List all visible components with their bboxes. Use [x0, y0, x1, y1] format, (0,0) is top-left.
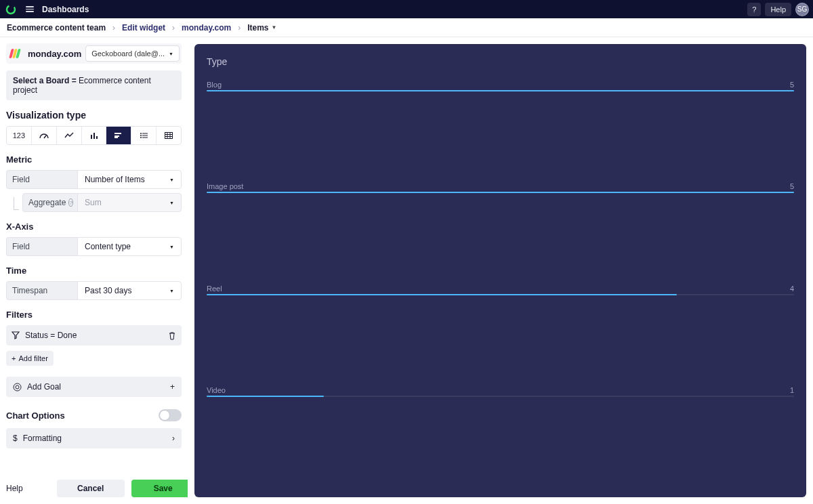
svg-point-10 [140, 135, 142, 136]
chevron-down-icon: ▼ [169, 51, 173, 56]
svg-point-19 [14, 383, 21, 391]
breadcrumb-item[interactable]: Edit widget [122, 23, 165, 33]
bar-category: Video [207, 386, 226, 394]
chart-bar: Blog5 [207, 81, 794, 91]
bar-category: Blog [207, 81, 222, 89]
cancel-button[interactable]: Cancel [57, 480, 125, 497]
config-sidebar: monday.com Geckoboard (dale@... ▼ Select… [0, 37, 188, 504]
caret-down-icon: ▼ [272, 24, 277, 30]
monday-logo-icon [10, 47, 22, 60]
save-button[interactable]: Save [131, 480, 195, 497]
plus-icon: + [170, 382, 175, 392]
chevron-right-icon: › [238, 23, 241, 33]
chart-bar: Image post5 [207, 182, 794, 193]
line-chart-icon [64, 132, 74, 139]
svg-point-20 [16, 385, 19, 389]
account-select[interactable]: Geckoboard (dale@... ▼ [85, 45, 180, 62]
svg-rect-2 [91, 135, 92, 139]
app-logo[interactable] [4, 3, 18, 16]
bar-value: 1 [790, 386, 794, 394]
chevron-right-icon: › [112, 23, 115, 33]
breadcrumb: Ecommerce content team › Edit widget › m… [0, 18, 813, 37]
breadcrumb-item[interactable]: Ecommerce content team [7, 23, 106, 33]
bar-chart-icon [114, 132, 123, 139]
add-goal-button[interactable]: Add Goal + [6, 377, 182, 397]
trash-icon[interactable] [168, 331, 176, 340]
viz-table[interactable] [157, 127, 181, 144]
section-header-viz: Visualization type [6, 110, 182, 121]
filter-item[interactable]: Status = Done [6, 325, 182, 345]
viz-leaderboard[interactable] [131, 127, 157, 144]
bar-category: Reel [207, 285, 222, 293]
svg-rect-13 [142, 138, 148, 138]
gauge-icon [39, 132, 49, 139]
aggregate-label: Aggregate ? [22, 193, 77, 212]
viz-bar[interactable] [106, 127, 131, 144]
leaderboard-icon [140, 132, 148, 139]
xaxis-field-label: Field [6, 237, 77, 256]
metric-field-label: Field [6, 170, 77, 189]
column-chart-icon [90, 132, 98, 139]
viz-type-selector: 123 [6, 126, 182, 145]
svg-point-0 [5, 4, 16, 15]
chart-options-toggle[interactable] [159, 409, 182, 421]
viz-gauge[interactable] [32, 127, 57, 144]
sidebar-footer: Help Cancel Save [0, 473, 188, 504]
section-header-filters: Filters [6, 310, 182, 320]
svg-point-12 [140, 137, 142, 138]
chevron-right-icon: › [172, 23, 175, 33]
chevron-right-icon: › [172, 434, 175, 443]
section-header-metric: Metric [6, 154, 182, 165]
viz-number[interactable]: 123 [7, 127, 32, 144]
svg-rect-14 [165, 133, 173, 139]
svg-point-8 [140, 133, 142, 134]
preview-pane: Type Blog5Image post5Reel4Video1 [188, 37, 813, 504]
chevron-down-icon: ▼ [169, 245, 174, 249]
chart-bar: Video1 [207, 386, 794, 397]
bar-value: 5 [790, 182, 794, 190]
breadcrumb-item[interactable]: monday.com [182, 23, 231, 33]
section-header-time: Time [6, 266, 182, 276]
svg-rect-11 [142, 135, 148, 136]
integration-name: monday.com [28, 49, 81, 59]
filter-icon [12, 331, 20, 339]
help-link[interactable]: Help [6, 484, 23, 493]
svg-rect-5 [114, 133, 121, 134]
help-button[interactable]: Help [765, 3, 791, 16]
chevron-down-icon: ▼ [169, 201, 174, 205]
user-avatar[interactable]: SG [795, 3, 809, 16]
app-topbar: Dashboards ? Help SG [0, 0, 813, 18]
svg-rect-3 [93, 133, 95, 139]
help-circle-icon[interactable]: ? [68, 198, 72, 207]
time-field-select[interactable]: Past 30 days ▼ [77, 281, 182, 300]
formatting-button[interactable]: $ Formatting › [6, 428, 182, 448]
menu-icon[interactable] [23, 3, 37, 15]
chevron-down-icon: ▼ [169, 289, 174, 293]
help-question-button[interactable]: ? [747, 3, 761, 16]
chart-bar: Reel4 [207, 285, 794, 295]
topbar-title: Dashboards [42, 5, 89, 14]
time-field-label: Timespan [6, 281, 77, 300]
xaxis-field-row: Field Content type ▼ [6, 237, 182, 256]
breadcrumb-current[interactable]: Items ▼ [247, 23, 276, 33]
aggregate-select: Sum ▼ [77, 193, 182, 212]
viz-line[interactable] [57, 127, 82, 144]
integration-row: monday.com Geckoboard (dale@... ▼ [6, 43, 182, 64]
section-header-xaxis: X-Axis [6, 222, 182, 232]
table-icon [165, 132, 173, 139]
bar-category: Image post [207, 182, 243, 190]
svg-rect-4 [96, 136, 98, 139]
metric-field-row: Field Number of Items ▼ [6, 170, 182, 189]
bar-value: 4 [790, 285, 794, 293]
svg-rect-6 [114, 135, 119, 137]
viz-column[interactable] [82, 127, 107, 144]
chart-area: Blog5Image post5Reel4Video1 [207, 81, 794, 488]
board-select-row[interactable]: Select a Board = Ecommerce content proje… [6, 70, 182, 100]
time-field-row: Timespan Past 30 days ▼ [6, 281, 182, 300]
metric-field-select[interactable]: Number of Items ▼ [77, 170, 182, 189]
svg-line-1 [44, 135, 46, 138]
xaxis-field-select[interactable]: Content type ▼ [77, 237, 182, 256]
widget-title: Type [207, 56, 794, 67]
bar-value: 5 [790, 81, 794, 89]
add-filter-button[interactable]: + Add filter [6, 351, 54, 366]
